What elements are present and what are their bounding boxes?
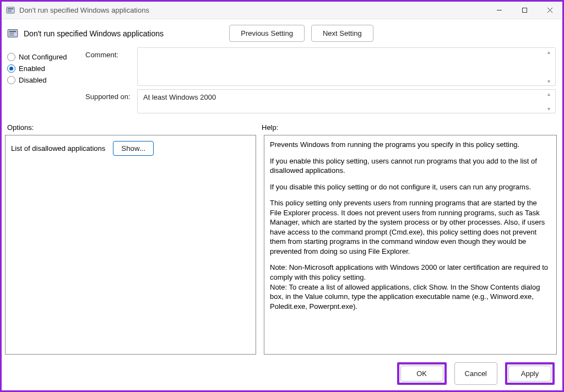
svg-rect-2 [8,10,12,11]
supported-on-value: At least Windows 2000 [143,93,216,101]
section-labels: Options: Help: [2,118,562,135]
help-label: Help: [262,123,556,132]
show-button[interactable]: Show... [113,141,154,156]
config-row: Not Configured Enabled Disabled Comment:… [2,45,562,118]
svg-rect-1 [8,8,13,9]
help-text: If you enable this policy setting, users… [270,156,550,176]
ok-highlight: OK [397,362,447,385]
state-radio-group: Not Configured Enabled Disabled [7,47,79,113]
radio-label: Enabled [19,64,45,73]
apply-button[interactable]: Apply [508,366,551,382]
supported-on-box: At least Windows 2000 ▴ ▾ [137,89,556,113]
heading-row: Don't run specified Windows applications… [2,19,562,45]
options-panel: List of disallowed applications Show... [5,135,256,355]
policy-name: Don't run specified Windows applications [24,29,164,38]
comment-label: Comment: [85,47,133,59]
svg-rect-9 [9,31,17,32]
svg-rect-11 [9,34,14,35]
scroll-down-icon[interactable]: ▾ [547,106,553,112]
help-text: This policy setting only prevents users … [270,198,550,256]
footer-buttons: OK Cancel Apply [2,358,562,390]
disallowed-apps-label: List of disallowed applications [11,144,105,153]
close-button[interactable] [537,2,562,19]
radio-icon [7,53,15,61]
policy-icon [7,28,18,39]
help-text: Note: To create a list of allowed applic… [270,282,550,312]
help-text: Note: Non-Microsoft applications with Wi… [270,263,550,282]
scroll-up-icon[interactable]: ▴ [547,49,553,55]
radio-icon [7,76,15,84]
radio-icon [7,64,15,73]
help-text: If you disable this policy setting or do… [270,182,550,192]
minimize-button[interactable] [486,2,512,19]
comment-textarea[interactable]: ▴ ▾ [137,47,556,86]
panels: List of disallowed applications Show... … [2,135,562,358]
svg-rect-3 [8,11,12,12]
help-panel: Prevents Windows from running the progra… [264,135,557,355]
radio-not-configured[interactable]: Not Configured [7,53,79,61]
window-title: Don't run specified Windows applications [19,6,486,14]
radio-disabled[interactable]: Disabled [7,76,79,84]
ok-button[interactable]: OK [400,366,443,382]
policy-icon [6,6,15,15]
maximize-button[interactable] [512,2,537,19]
radio-enabled[interactable]: Enabled [7,64,79,73]
radio-label: Not Configured [19,53,67,61]
cancel-button[interactable]: Cancel [454,362,497,385]
options-label: Options: [7,123,262,132]
policy-editor-window: Don't run specified Windows applications… [0,0,564,392]
scroll-up-icon[interactable]: ▴ [547,91,553,97]
help-text: Prevents Windows from running the progra… [270,140,550,150]
previous-setting-button[interactable]: Previous Setting [229,25,305,42]
next-setting-button[interactable]: Next Setting [311,25,373,42]
svg-rect-5 [522,8,527,13]
scroll-down-icon[interactable]: ▾ [547,78,553,84]
svg-rect-10 [9,32,14,34]
radio-label: Disabled [19,76,47,84]
supported-label: Supported on: [85,89,133,101]
titlebar: Don't run specified Windows applications [2,2,562,19]
apply-highlight: Apply [505,362,555,385]
